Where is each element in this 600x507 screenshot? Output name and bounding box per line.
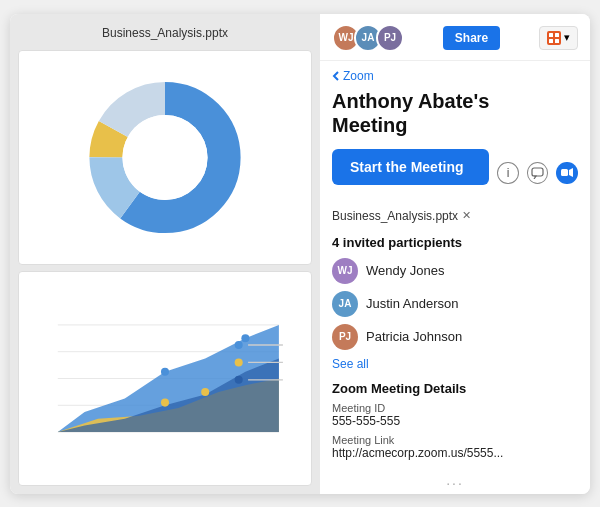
info-icon[interactable]: i [497, 162, 519, 184]
participant-avatar-3: PJ [332, 324, 358, 350]
svg-point-16 [161, 367, 169, 375]
participant-name-3: Patricia Johnson [366, 329, 462, 344]
zoom-details-label: Zoom Meeting Details [332, 381, 578, 396]
top-bar: WJ JA PJ Share ▾ [320, 14, 590, 61]
chevron-left-icon [332, 70, 340, 82]
svg-rect-25 [549, 39, 553, 43]
slide-filename: Business_Analysis.pptx [18, 22, 312, 44]
participant-row-1: WJ Wendy Jones [332, 258, 578, 284]
meeting-panel: WJ JA PJ Share ▾ [320, 14, 590, 494]
see-all-link[interactable]: See all [332, 357, 578, 371]
apps-icon [547, 31, 561, 45]
meeting-title: Anthony Abate's Meeting [332, 89, 578, 137]
meeting-id-value: 555-555-555 [332, 414, 578, 428]
back-label: Zoom [343, 69, 374, 83]
svg-rect-24 [555, 33, 559, 37]
svg-marker-29 [569, 168, 573, 177]
share-button[interactable]: Share [443, 26, 500, 50]
svg-point-21 [235, 375, 243, 383]
svg-point-14 [201, 387, 209, 395]
svg-point-13 [161, 398, 169, 406]
svg-rect-23 [549, 33, 553, 37]
participant-name-2: Justin Anderson [366, 296, 459, 311]
participant-avatar-2: JA [332, 291, 358, 317]
attachment-name: Business_Analysis.pptx [332, 209, 458, 223]
svg-point-19 [235, 358, 243, 366]
participant-row-3: PJ Patricia Johnson [332, 324, 578, 350]
meeting-content: Zoom Anthony Abate's Meeting Start the M… [320, 61, 590, 466]
start-meeting-button[interactable]: Start the Meeting [332, 149, 489, 185]
donut-chart [31, 63, 299, 252]
chevron-down-icon: ▾ [564, 31, 570, 44]
avatar-3: PJ [376, 24, 404, 52]
remove-attachment-button[interactable]: ✕ [462, 209, 471, 222]
slides-panel: Business_Analysis.pptx [10, 14, 320, 494]
meeting-link-row: Meeting Link http://acmecorp.zoom.us/555… [332, 434, 578, 460]
meeting-link-value: http://acmecorp.zoom.us/5555... [332, 446, 578, 460]
svg-rect-27 [532, 168, 543, 176]
svg-rect-26 [555, 39, 559, 43]
participant-avatar-1: WJ [332, 258, 358, 284]
start-meeting-label: Start the Meeting [350, 159, 464, 175]
meeting-id-label: Meeting ID [332, 402, 578, 414]
zoom-icon[interactable] [556, 162, 578, 184]
participant-row-2: JA Justin Anderson [332, 291, 578, 317]
area-chart [31, 284, 299, 473]
avatar-group: WJ JA PJ [332, 24, 404, 52]
meeting-id-row: Meeting ID 555-555-555 [332, 402, 578, 428]
svg-rect-28 [561, 169, 568, 176]
attachment-row: Business_Analysis.pptx ✕ [332, 209, 578, 223]
participant-name-1: Wendy Jones [366, 263, 445, 278]
meeting-link-label: Meeting Link [332, 434, 578, 446]
apps-button[interactable]: ▾ [539, 26, 578, 50]
svg-point-17 [235, 340, 243, 348]
participants-label: 4 invited particpients [332, 235, 578, 250]
more-options-dots[interactable]: ... [320, 466, 590, 494]
back-link[interactable]: Zoom [332, 69, 578, 83]
svg-point-15 [241, 334, 249, 342]
chat-icon[interactable] [527, 162, 549, 184]
slide-card-2[interactable] [18, 271, 312, 486]
slide-card-1[interactable] [18, 50, 312, 265]
svg-point-4 [122, 114, 207, 199]
